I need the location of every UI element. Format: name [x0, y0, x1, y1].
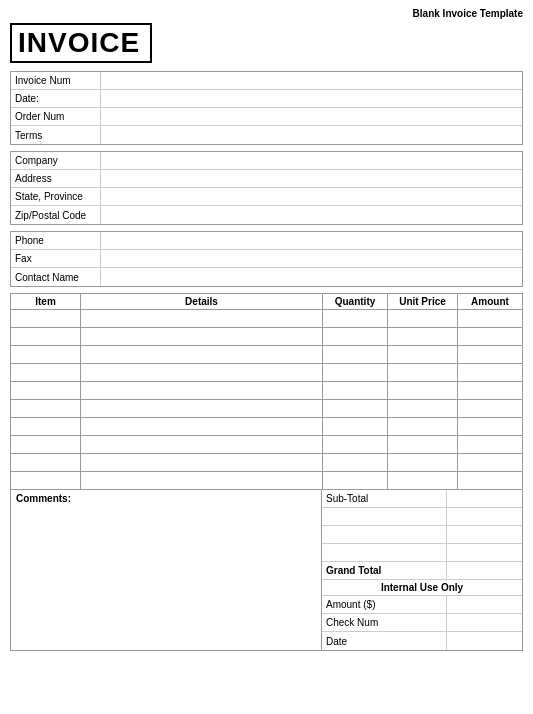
field-input-invoice-num[interactable]	[101, 72, 522, 89]
totals-label	[322, 508, 447, 525]
table-cell	[11, 328, 81, 346]
table-cell	[458, 400, 523, 418]
col-header-item: Item	[11, 294, 81, 310]
internal-field-input-amount-dollars[interactable]	[447, 596, 522, 613]
table-cell	[81, 454, 323, 472]
table-cell	[323, 400, 388, 418]
company-field-row: Zip/Postal Code	[11, 206, 522, 224]
company-section: CompanyAddressState, ProvinceZip/Postal …	[10, 151, 523, 225]
contact-section: PhoneFaxContact Name	[10, 231, 523, 287]
totals-value-input[interactable]	[447, 526, 522, 543]
totals-label: Sub-Total	[322, 490, 447, 507]
col-header-price: Unit Price	[388, 294, 458, 310]
table-cell	[388, 400, 458, 418]
table-cell	[11, 454, 81, 472]
field-label-address: Address	[11, 170, 101, 187]
table-cell	[81, 328, 323, 346]
field-input-zip[interactable]	[101, 206, 522, 224]
table-cell	[458, 454, 523, 472]
company-field-row: Address	[11, 170, 522, 188]
field-label-company: Company	[11, 152, 101, 169]
totals-value-input[interactable]	[447, 544, 522, 561]
field-input-phone[interactable]	[101, 232, 522, 249]
table-row	[11, 418, 523, 436]
field-label-contact-name: Contact Name	[11, 268, 101, 286]
invoice-title: INVOICE	[10, 23, 152, 63]
internal-use-header: Internal Use Only	[322, 580, 522, 596]
field-input-fax[interactable]	[101, 250, 522, 267]
col-header-details: Details	[81, 294, 323, 310]
totals-label	[322, 544, 447, 561]
table-cell	[11, 310, 81, 328]
table-cell	[81, 400, 323, 418]
table-cell	[388, 346, 458, 364]
table-cell	[458, 346, 523, 364]
company-field-row: Company	[11, 152, 522, 170]
internal-field-input-check-num[interactable]	[447, 614, 522, 631]
table-row	[11, 328, 523, 346]
table-cell	[11, 364, 81, 382]
items-table: Item Details Quantity Unit Price Amount	[10, 293, 523, 490]
field-input-order-num[interactable]	[101, 108, 522, 125]
field-input-terms[interactable]	[101, 126, 522, 144]
totals-row	[322, 544, 522, 562]
field-label-phone: Phone	[11, 232, 101, 249]
col-header-qty: Quantity	[323, 294, 388, 310]
table-cell	[388, 436, 458, 454]
comments-area: Comments:	[11, 490, 322, 650]
field-label-terms: Terms	[11, 126, 101, 144]
contact-field-row: Phone	[11, 232, 522, 250]
totals-value-input[interactable]	[447, 490, 522, 507]
internal-field-row: Date	[322, 632, 522, 650]
invoice-field-row: Order Num	[11, 108, 522, 126]
template-label: Blank Invoice Template	[10, 8, 523, 19]
field-input-address[interactable]	[101, 170, 522, 187]
table-cell	[388, 472, 458, 490]
field-label-fax: Fax	[11, 250, 101, 267]
internal-field-label-internal-date: Date	[322, 632, 447, 650]
internal-field-row: Check Num	[322, 614, 522, 632]
table-cell	[458, 364, 523, 382]
table-cell	[323, 418, 388, 436]
table-cell	[458, 418, 523, 436]
table-cell	[323, 382, 388, 400]
internal-field-label-amount-dollars: Amount ($)	[322, 596, 447, 613]
table-row	[11, 400, 523, 418]
table-cell	[458, 382, 523, 400]
table-cell	[323, 472, 388, 490]
table-cell	[323, 328, 388, 346]
totals-label: Grand Total	[322, 562, 447, 579]
table-cell	[388, 328, 458, 346]
table-cell	[458, 310, 523, 328]
totals-row: Sub-Total	[322, 490, 522, 508]
bottom-section: Comments: Sub-TotalGrand TotalInternal U…	[10, 490, 523, 651]
company-field-row: State, Province	[11, 188, 522, 206]
contact-field-row: Contact Name	[11, 268, 522, 286]
table-cell	[11, 346, 81, 364]
totals-value-input[interactable]	[447, 508, 522, 525]
internal-field-label-check-num: Check Num	[322, 614, 447, 631]
invoice-field-row: Date:	[11, 90, 522, 108]
table-row	[11, 454, 523, 472]
totals-row: Grand Total	[322, 562, 522, 580]
totals-value-input[interactable]	[447, 562, 522, 579]
field-input-date[interactable]	[101, 90, 522, 107]
field-input-state-province[interactable]	[101, 188, 522, 205]
invoice-field-row: Invoice Num	[11, 72, 522, 90]
table-cell	[388, 364, 458, 382]
table-cell	[81, 382, 323, 400]
table-row	[11, 346, 523, 364]
table-cell	[323, 364, 388, 382]
table-cell	[388, 310, 458, 328]
internal-field-input-internal-date[interactable]	[447, 632, 522, 650]
field-label-date: Date:	[11, 90, 101, 107]
table-cell	[388, 418, 458, 436]
field-input-company[interactable]	[101, 152, 522, 169]
table-cell	[11, 418, 81, 436]
field-label-zip: Zip/Postal Code	[11, 206, 101, 224]
field-input-contact-name[interactable]	[101, 268, 522, 286]
comments-input[interactable]	[16, 504, 316, 584]
table-cell	[81, 472, 323, 490]
table-row	[11, 472, 523, 490]
table-cell	[323, 310, 388, 328]
